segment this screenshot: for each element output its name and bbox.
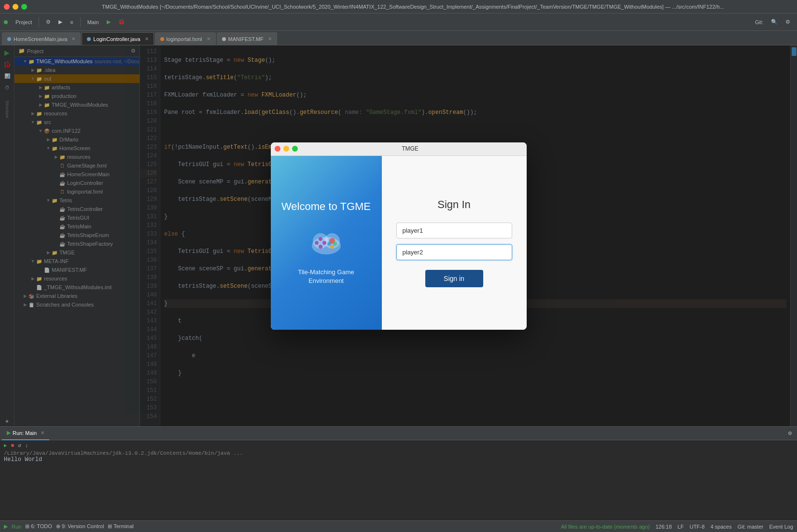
scroll-btn[interactable]: ↓ xyxy=(25,443,28,448)
editor-tab-bar: HomeScreenMain.java ✕ LoginController.ja… xyxy=(0,31,797,45)
modal-subtitle: Tile-Matching Game Environment xyxy=(298,268,354,285)
svg-point-5 xyxy=(315,241,319,245)
app-indicator xyxy=(4,20,8,24)
run-button[interactable]: ▶ xyxy=(104,18,113,26)
charset[interactable]: UTF-8 xyxy=(689,524,704,530)
tab-close-homescreenmain[interactable]: ✕ xyxy=(71,36,75,42)
username-input[interactable] xyxy=(396,223,512,238)
bottom-content: ▶ ■ ↺ ↓ /Library/Java/JavaVirtualMachine… xyxy=(0,440,797,465)
run-tab[interactable]: ▶ Run: Main ✕ xyxy=(2,427,49,440)
run-status-label: Run xyxy=(12,524,21,530)
indent-info[interactable]: 4 spaces xyxy=(711,524,732,530)
terminal-btn[interactable]: ⊞ Terminal xyxy=(108,523,133,530)
signin-button[interactable]: Sign in xyxy=(425,270,483,287)
modal-maximize-btn[interactable] xyxy=(292,146,298,152)
git-todo[interactable]: ⊞ 6: TODO xyxy=(25,523,52,530)
settings-icon[interactable]: ⚙ xyxy=(783,18,793,26)
svg-point-4 xyxy=(322,241,326,245)
modal-overlay: TMGE Welcome to TGME xyxy=(0,45,797,426)
tab-icon-homescreenmain xyxy=(7,37,11,41)
traffic-lights[interactable] xyxy=(4,4,27,10)
all-files-status: All files are up-to-date (moments ago) xyxy=(561,524,650,530)
modal-traffic-lights[interactable] xyxy=(275,146,298,152)
password-input[interactable] xyxy=(396,244,512,260)
close-button[interactable] xyxy=(4,4,10,10)
git-branch[interactable]: Git: master xyxy=(738,524,764,530)
main-toolbar: Project ⚙ ▶ ≡ Main ▶ 🐞 Git: 🔍 ⚙ xyxy=(0,14,797,31)
bottom-tab-bar: ▶ Run: Main ✕ ⚙ xyxy=(0,427,797,440)
settings-bottom-icon[interactable]: ⚙ xyxy=(784,428,795,439)
modal-close-btn[interactable] xyxy=(275,146,280,152)
title-bar: TMGE_WithoutModules [~/Documents/Roman/S… xyxy=(0,0,797,14)
maximize-button[interactable] xyxy=(21,4,27,10)
cursor-position[interactable]: 126:18 xyxy=(656,524,672,530)
tab-icon-loginportal xyxy=(160,37,164,41)
tab-label-homescreenmain: HomeScreenMain.java xyxy=(14,36,67,42)
tab-logincontroller[interactable]: LoginController.java ✕ xyxy=(82,32,154,45)
run-tab-close[interactable]: ✕ xyxy=(41,430,44,435)
modal-left-panel: Welcome to TGME Tile-M xyxy=(271,156,382,330)
svg-point-3 xyxy=(319,245,322,249)
search-icon[interactable]: 🔍 xyxy=(768,18,781,26)
tab-icon-manifest xyxy=(222,37,226,41)
modal-right-panel: Sign In Sign in xyxy=(382,156,527,330)
tab-close-manifest[interactable]: ✕ xyxy=(268,36,272,42)
svg-point-6 xyxy=(319,237,322,241)
run-status-icon: ▶ xyxy=(4,523,8,530)
modal-body: Welcome to TGME Tile-M xyxy=(271,156,527,330)
svg-point-9 xyxy=(333,242,337,246)
project-selector[interactable]: Project xyxy=(13,18,35,26)
line-ending[interactable]: LF xyxy=(678,524,684,530)
tab-manifest[interactable]: MANIFEST.MF ✕ xyxy=(217,32,277,45)
run-icon-small: ▶ xyxy=(7,430,11,436)
tab-close-loginportal[interactable]: ✕ xyxy=(207,36,210,42)
tab-homescreenmain[interactable]: HomeScreenMain.java ✕ xyxy=(2,32,81,45)
tab-close-logincontroller[interactable]: ✕ xyxy=(145,36,149,42)
status-left: ▶ Run ⊞ 6: TODO ⊕ 9: Version Control ⊞ T… xyxy=(4,523,134,530)
run-command-line: /Library/Java/JavaVirtualMachines/jdk-13… xyxy=(4,450,793,456)
window-title: TMGE_WithoutModules [~/Documents/Roman/S… xyxy=(33,4,793,10)
rerun-btn-small[interactable]: ↺ xyxy=(18,442,21,448)
tab-label-manifest: MANIFEST.MF xyxy=(228,36,264,42)
run-config[interactable]: Main xyxy=(84,18,102,26)
modal-titlebar: TMGE xyxy=(271,142,527,156)
gear-icon[interactable]: ⚙ xyxy=(43,18,54,26)
git-label[interactable]: Git: xyxy=(752,18,766,26)
svg-point-10 xyxy=(330,245,334,249)
status-dot xyxy=(4,20,8,24)
toolbar-separator xyxy=(39,17,39,27)
build-icon[interactable]: ▶ xyxy=(56,18,65,26)
event-log[interactable]: Event Log xyxy=(769,524,793,530)
signin-title: Sign In xyxy=(437,198,471,211)
git-version[interactable]: ⊕ 9: Version Control xyxy=(56,523,104,530)
run-toolbar: ▶ ■ ↺ ↓ xyxy=(4,442,793,448)
program-output: Hello World xyxy=(4,456,793,463)
debug-button[interactable]: 🐞 xyxy=(115,18,128,26)
modal-title-text: TMGE xyxy=(298,145,523,152)
tab-icon-logincontroller xyxy=(87,37,91,41)
tab-loginportal[interactable]: loginportal.fxml ✕ xyxy=(155,32,216,45)
structure-icon[interactable]: ≡ xyxy=(67,18,76,26)
run-btn-small[interactable]: ▶ xyxy=(4,442,7,448)
run-tab-label: Run: Main xyxy=(13,430,37,436)
status-right: All files are up-to-date (moments ago) 1… xyxy=(561,524,793,530)
status-bar: ▶ Run ⊞ 6: TODO ⊕ 9: Version Control ⊞ T… xyxy=(0,520,797,532)
svg-point-8 xyxy=(327,242,331,246)
game-icon xyxy=(307,222,346,260)
bottom-panel: ▶ Run: Main ✕ ⚙ ▶ ■ ↺ ↓ /Library/Java/Ja… xyxy=(0,426,797,520)
minimize-button[interactable] xyxy=(13,4,18,10)
tab-label-logincontroller: LoginController.java xyxy=(93,36,140,42)
toolbar-separator-2 xyxy=(80,17,81,27)
stop-btn-small[interactable]: ■ xyxy=(11,443,14,448)
tab-label-loginportal: loginportal.fxml xyxy=(167,36,202,42)
welcome-text: Welcome to TGME xyxy=(281,200,371,214)
modal-window: TMGE Welcome to TGME xyxy=(271,142,527,330)
modal-minimize-btn[interactable] xyxy=(283,146,289,152)
